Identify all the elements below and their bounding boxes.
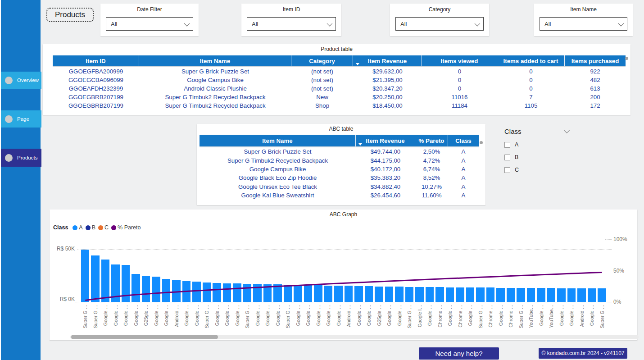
legend-item-b[interactable]: B: [86, 224, 95, 231]
bar[interactable]: [233, 283, 241, 302]
bar[interactable]: [456, 287, 464, 302]
bar[interactable]: [385, 287, 394, 302]
bar[interactable]: [557, 288, 566, 302]
bar[interactable]: [354, 286, 363, 302]
legend-item-c[interactable]: C: [98, 224, 109, 231]
bar[interactable]: [446, 287, 454, 302]
legend-item-pareto[interactable]: % Pareto: [111, 224, 141, 231]
vertical-scrollbar[interactable]: [625, 57, 628, 60]
bar[interactable]: [192, 282, 201, 302]
table-row[interactable]: Google Black Eco Zip Hoodie$35.383,208,5…: [200, 173, 479, 182]
column-header-item-name[interactable]: Item Name: [139, 55, 291, 66]
bar[interactable]: [365, 286, 373, 302]
item-name-filter-dropdown[interactable]: All: [540, 17, 627, 31]
table-row[interactable]: Google Kai Blue Sweatshirt$26.454,6011,6…: [200, 191, 479, 200]
bar[interactable]: [213, 283, 221, 302]
bar[interactable]: [81, 250, 90, 302]
bar[interactable]: [203, 283, 211, 302]
sidebar-item-overview[interactable]: Overview: [1, 72, 41, 89]
legend-item-a[interactable]: A: [73, 224, 82, 231]
nav-bullet-icon: [5, 154, 13, 162]
checkbox-a[interactable]: [504, 142, 510, 148]
slicer-option-c[interactable]: C: [504, 167, 576, 173]
bar[interactable]: [496, 288, 505, 302]
bar[interactable]: [507, 288, 515, 302]
x-axis-label: Google …: [395, 305, 405, 333]
table-row[interactable]: Google Campus Bike$40.172,006,74%A: [200, 165, 479, 173]
column-header-item-name[interactable]: Item Name: [200, 135, 356, 146]
horizontal-scrollbar-track[interactable]: [70, 335, 639, 339]
help-button[interactable]: Need any help?: [419, 347, 499, 360]
bar[interactable]: [375, 287, 383, 302]
bar[interactable]: [486, 287, 495, 302]
bar[interactable]: [517, 288, 525, 302]
bar[interactable]: [132, 274, 140, 302]
bar[interactable]: [152, 277, 160, 302]
column-header-items-purchased[interactable]: Items purchased: [565, 55, 626, 66]
table-row[interactable]: GGOEGBRB207199Super G Timbuk2 Recycled B…: [53, 93, 626, 101]
bar[interactable]: [162, 279, 171, 302]
cell: 0: [422, 84, 497, 93]
table-row[interactable]: GGOEGFBA200999Super G Brick Puzzle Set(n…: [53, 67, 626, 76]
bar[interactable]: [426, 287, 434, 302]
table-row[interactable]: Super G Brick Puzzle Set$49.744,002,50%A: [200, 147, 479, 156]
bar[interactable]: [324, 286, 333, 302]
bar[interactable]: [243, 284, 252, 302]
date-filter-dropdown[interactable]: All: [106, 17, 193, 31]
bar[interactable]: [334, 286, 343, 302]
bar[interactable]: [314, 285, 322, 302]
bar[interactable]: [395, 287, 404, 302]
table-row[interactable]: GGOEGBRB207199Super G Timbuk2 Recycled B…: [53, 101, 626, 110]
x-axis-label: Google …: [313, 305, 324, 333]
sidebar-item-page[interactable]: Page: [1, 110, 41, 128]
chevron-down-icon[interactable]: [564, 128, 570, 133]
bar[interactable]: [101, 260, 110, 302]
bar[interactable]: [577, 288, 586, 302]
item-id-filter-dropdown[interactable]: All: [247, 17, 336, 31]
column-header-item-id[interactable]: Item ID: [53, 55, 139, 66]
checkbox-c[interactable]: [504, 167, 510, 173]
column-header-class[interactable]: Class: [448, 135, 479, 146]
bar[interactable]: [294, 285, 302, 302]
column-header-item-revenue[interactable]: Item Revenue: [356, 135, 415, 146]
bar[interactable]: [527, 288, 535, 302]
checkbox-b[interactable]: [504, 155, 510, 160]
bar[interactable]: [435, 287, 444, 302]
x-axis-label: Super G …: [80, 305, 91, 333]
bar[interactable]: [537, 288, 545, 302]
column-header-items-added-to-cart[interactable]: Items added to cart: [497, 55, 565, 66]
bar[interactable]: [405, 287, 414, 302]
column-header-item-revenue[interactable]: Item Revenue: [353, 55, 422, 66]
bar[interactable]: [91, 255, 100, 302]
bar[interactable]: [223, 283, 231, 302]
cell: (not set): [291, 76, 353, 84]
bar[interactable]: [567, 288, 576, 302]
bar[interactable]: [547, 288, 556, 302]
bar[interactable]: [588, 288, 596, 302]
x-axis-label-text: Google …: [154, 305, 159, 326]
x-axis-label: Google …: [161, 305, 172, 333]
vertical-scrollbar[interactable]: [480, 141, 483, 144]
x-axis-label-text: G25gle …: [377, 305, 382, 326]
bar[interactable]: [142, 276, 150, 302]
column-header-items-viewed[interactable]: Items viewed: [422, 55, 497, 66]
horizontal-scrollbar-thumb[interactable]: [71, 335, 218, 339]
sidebar-item-label: Page: [17, 116, 29, 122]
column-header-pareto[interactable]: % Pareto: [415, 135, 448, 146]
slicer-option-a[interactable]: A: [504, 141, 576, 148]
column-header-category[interactable]: Category: [291, 55, 353, 66]
sidebar-item-products[interactable]: Products: [1, 149, 41, 167]
slicer-option-b[interactable]: B: [504, 154, 576, 160]
table-row[interactable]: Super G Timbuk2 Recycled Backpack$44.175…: [200, 156, 479, 164]
table-row[interactable]: GGOEGCBA096099Google Campus Bike(not set…: [53, 76, 626, 84]
table-row[interactable]: Google Unisex Eco Tee Black$34.882,4010,…: [200, 182, 479, 191]
category-filter-dropdown[interactable]: All: [395, 17, 484, 31]
bar[interactable]: [345, 286, 353, 302]
bar[interactable]: [476, 287, 485, 302]
table-row[interactable]: GGOEAFDH232399Android Classic Plushie(no…: [53, 84, 626, 93]
bar[interactable]: [304, 285, 313, 302]
bar[interactable]: [598, 288, 606, 302]
bar[interactable]: [284, 285, 292, 302]
bar[interactable]: [415, 287, 424, 302]
bar[interactable]: [466, 287, 475, 302]
